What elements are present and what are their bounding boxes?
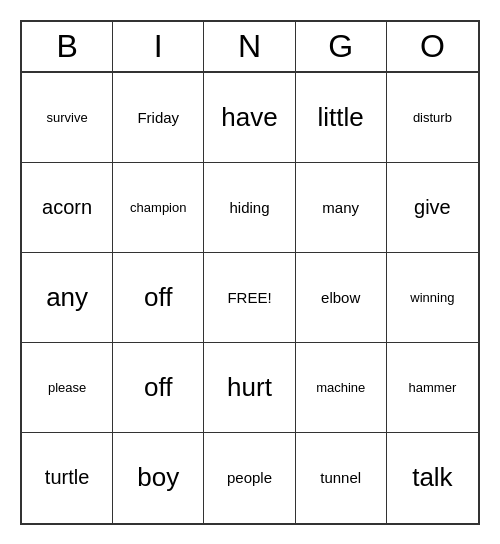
bingo-card: BINGO surviveFridayhavelittledisturbacor…	[20, 20, 480, 525]
bingo-cell[interactable]: Friday	[113, 73, 204, 163]
bingo-cell[interactable]: please	[22, 343, 113, 433]
bingo-cell[interactable]: talk	[387, 433, 478, 523]
bingo-cell[interactable]: many	[296, 163, 387, 253]
bingo-cell[interactable]: people	[204, 433, 295, 523]
bingo-cell[interactable]: hammer	[387, 343, 478, 433]
bingo-cell[interactable]: hiding	[204, 163, 295, 253]
bingo-cell[interactable]: boy	[113, 433, 204, 523]
header-letter: G	[296, 22, 387, 71]
bingo-cell[interactable]: off	[113, 253, 204, 343]
bingo-cell[interactable]: little	[296, 73, 387, 163]
bingo-cell[interactable]: FREE!	[204, 253, 295, 343]
header-letter: O	[387, 22, 478, 71]
bingo-cell[interactable]: acorn	[22, 163, 113, 253]
header-letter: I	[113, 22, 204, 71]
bingo-cell[interactable]: elbow	[296, 253, 387, 343]
bingo-cell[interactable]: hurt	[204, 343, 295, 433]
bingo-cell[interactable]: disturb	[387, 73, 478, 163]
bingo-header: BINGO	[22, 22, 478, 73]
header-letter: N	[204, 22, 295, 71]
bingo-cell[interactable]: survive	[22, 73, 113, 163]
bingo-cell[interactable]: machine	[296, 343, 387, 433]
bingo-cell[interactable]: have	[204, 73, 295, 163]
bingo-cell[interactable]: give	[387, 163, 478, 253]
bingo-cell[interactable]: any	[22, 253, 113, 343]
bingo-grid: surviveFridayhavelittledisturbacornchamp…	[22, 73, 478, 523]
bingo-cell[interactable]: winning	[387, 253, 478, 343]
bingo-cell[interactable]: champion	[113, 163, 204, 253]
bingo-cell[interactable]: turtle	[22, 433, 113, 523]
bingo-cell[interactable]: off	[113, 343, 204, 433]
bingo-cell[interactable]: tunnel	[296, 433, 387, 523]
header-letter: B	[22, 22, 113, 71]
